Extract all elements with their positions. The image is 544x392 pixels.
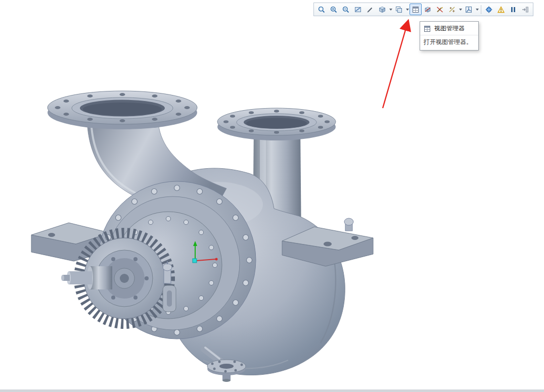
warning-button[interactable] [495, 4, 507, 15]
edit-style-button[interactable] [364, 4, 376, 15]
vent-cap [344, 218, 353, 231]
refit-button[interactable] [315, 4, 328, 15]
pause-icon [509, 6, 517, 14]
view-manager-button[interactable] [410, 4, 422, 15]
datum-display-button[interactable] [446, 4, 458, 15]
toolbar-separator [481, 5, 481, 14]
exit-view-icon [521, 6, 529, 14]
tooltip-title: 视图管理器 [434, 24, 465, 33]
annotation-display-button[interactable] [434, 4, 446, 15]
view-manager-tooltip: 视图管理器 打开视图管理器。 [420, 21, 479, 51]
zoom-out-icon [342, 6, 350, 14]
spin-center-button[interactable] [463, 4, 475, 15]
pump-model [25, 83, 374, 391]
datum-display-icon [448, 6, 456, 14]
tooltip-header: 视图管理器 [420, 22, 478, 35]
saved-orientations-button[interactable] [393, 4, 405, 15]
annotation-display-icon [436, 6, 444, 14]
display-style-dropdown-caret[interactable] [388, 4, 393, 15]
dragger-icon [485, 6, 493, 14]
zoom-in-icon [330, 6, 338, 14]
view-manager-icon [412, 6, 420, 14]
spin-center-icon [465, 6, 473, 14]
spin-center-dropdown-caret[interactable] [475, 4, 479, 15]
repaint-icon [354, 6, 362, 14]
tooltip-description: 打开视图管理器。 [420, 35, 478, 50]
window-bottom-edge [0, 389, 544, 392]
relief-valve [163, 261, 172, 283]
graphics-toolbar [313, 3, 533, 16]
display-style-button[interactable] [376, 4, 388, 15]
lifting-bracket [163, 285, 176, 312]
zoom-out-button[interactable] [340, 4, 352, 15]
dragger-button[interactable] [483, 4, 495, 15]
saved-orientations-icon [395, 6, 403, 14]
refit-icon [318, 6, 326, 14]
datum-display-dropdown-caret[interactable] [458, 4, 463, 15]
section-view-icon [424, 6, 432, 14]
warning-icon [497, 6, 505, 14]
zoom-in-button[interactable] [328, 4, 340, 15]
edit-style-icon [366, 6, 374, 14]
display-style-icon [378, 6, 386, 14]
saved-orientations-dropdown-caret[interactable] [405, 4, 410, 15]
repaint-button[interactable] [352, 4, 364, 15]
section-view-button[interactable] [422, 4, 434, 15]
model-viewport[interactable] [25, 83, 374, 391]
exit-view-button[interactable] [519, 4, 531, 15]
view-manager-icon [423, 25, 431, 33]
pause-button[interactable] [507, 4, 519, 15]
